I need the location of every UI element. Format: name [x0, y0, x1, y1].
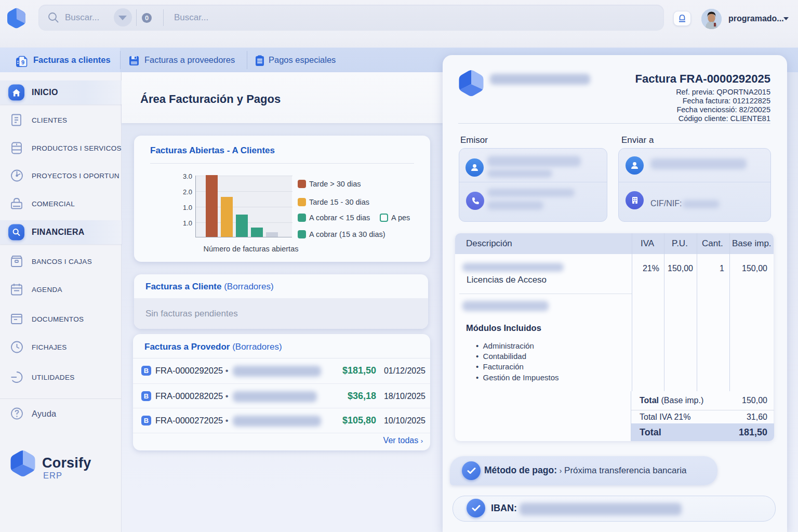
svg-text:9: 9: [21, 59, 24, 65]
